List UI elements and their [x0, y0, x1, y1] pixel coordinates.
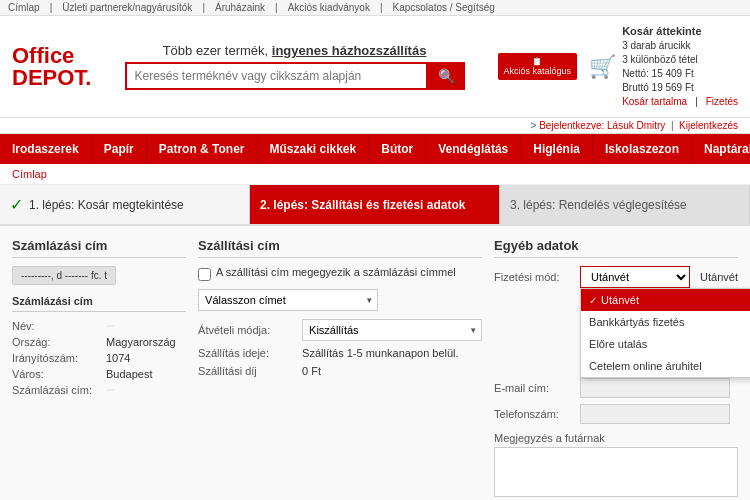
pickup-select[interactable]: Kiszállítás [302, 319, 482, 341]
shipping-address-select-wrapper: Válasszon címet [198, 289, 378, 311]
delivery-time-row: Szállítás ideje: Szállítás 1-5 munkanapo… [198, 347, 482, 359]
step-2: 2. lépés: Szállítási és fizetési adatok [250, 185, 500, 224]
pickup-select-wrapper: Kiszállítás [302, 319, 482, 341]
payment-option-elore[interactable]: Előre utalás [581, 333, 750, 355]
payment-select-wrapper: Utánvét ✓ Utánvét Bankkártyás fizetés El… [580, 266, 690, 288]
billing-subtitle: Számlázási cím [12, 295, 186, 312]
billing-address-row: Számlázási cím: [12, 384, 186, 396]
account-bar: > Bejelentkezve: Lásuk Dmitry | Kijelent… [0, 118, 750, 134]
step-3: 3. lépés: Rendelés véglegesítése [500, 185, 750, 224]
step-1: ✓ 1. lépés: Kosár megtekintése [0, 185, 250, 224]
cart-payment-link[interactable]: Fizetés [706, 95, 738, 109]
cart-contents-link[interactable]: Kosár tartalma [622, 95, 687, 109]
cart-details: Kosár áttekinte 3 darab árucikk 3 különb… [622, 24, 738, 109]
account-logout-link[interactable]: Kijelentkezés [679, 120, 738, 131]
delivery-time-value: Szállítás 1-5 munkanapon belül. [302, 347, 459, 359]
nav-naptarak[interactable]: Naptárak [692, 134, 750, 164]
cart-actions: Kosár tartalma | Fizetés [622, 95, 738, 109]
nav-muszaki[interactable]: Műszaki cikkek [258, 134, 370, 164]
note-courier-textarea[interactable] [494, 447, 738, 497]
billing-zip-row: Irányítószám: 1074 [12, 352, 186, 364]
topbar-cimlap[interactable]: Címlap [8, 2, 40, 13]
payment-option-utanvet[interactable]: ✓ Utánvét [581, 289, 750, 311]
cart-brutto: Bruttó 19 569 Ft [622, 81, 738, 95]
checkmark-icon: ✓ [589, 295, 597, 306]
shipping-same-checkbox-row: A szállítási cím megegyezik a számlázási… [198, 266, 482, 281]
payment-option-bankkartyas[interactable]: Bankkártyás fizetés [581, 311, 750, 333]
check-icon: ✓ [10, 195, 23, 214]
shipping-fee-value: 0 Ft [302, 365, 321, 377]
payment-row: Fizetési mód: Utánvét ✓ Utánvét Bankkárt… [494, 266, 738, 288]
delivery-time-label: Szállítás ideje: [198, 347, 298, 359]
email-label: E-mail cím: [494, 382, 574, 394]
catalog-button[interactable]: 📋 Akciós katalógus [498, 53, 578, 80]
search-bar: 🔍 [125, 62, 465, 90]
shipping-same-label: A szállítási cím megegyezik a számlázási… [216, 266, 456, 278]
billing-zip-label: Irányítószám: [12, 352, 102, 364]
cart-icon: 🛒 [589, 54, 616, 80]
search-button[interactable]: 🔍 [428, 62, 465, 90]
payment-selected-display: Utánvét [700, 271, 738, 283]
phone-input[interactable] [580, 404, 730, 424]
billing-section: Számlázási cím ---------, d ------- fc. … [12, 238, 186, 500]
nav-iskolaszezon[interactable]: Iskolaszezon [593, 134, 692, 164]
payment-label: Fizetési mód: [494, 271, 574, 283]
nav-patron[interactable]: Patron & Toner [147, 134, 258, 164]
shipping-section: Szállítási cím A szállítási cím megegyez… [198, 238, 482, 500]
pickup-row: Átvételi módja: Kiszállítás [198, 319, 482, 341]
phone-row: Telefonszám: [494, 404, 738, 424]
topbar-promotions[interactable]: Akciós kiadványok [288, 2, 370, 13]
topbar-stores[interactable]: Áruházaink [215, 2, 265, 13]
billing-city-value: Budapest [106, 368, 152, 380]
email-row: E-mail cím: [494, 378, 738, 398]
cart-netto: Nettó: 15 409 Ft [622, 67, 738, 81]
shipping-address-select[interactable]: Válasszon címet [198, 289, 378, 311]
nav-higlenia[interactable]: Higlénia [521, 134, 593, 164]
billing-country-row: Ország: Magyarország [12, 336, 186, 348]
shipping-fee-label: Szállítási díj [198, 365, 298, 377]
nav-vendeglatas[interactable]: Vendéglátás [426, 134, 521, 164]
payment-select[interactable]: Utánvét [580, 266, 690, 288]
logo: Office DEPOT. [12, 45, 91, 89]
billing-address-label: Számlázási cím: [12, 384, 102, 396]
phone-label: Telefonszám: [494, 408, 574, 420]
step1-label: 1. lépés: Kosár megtekintése [29, 198, 184, 212]
other-section: Egyéb adatok Fizetési mód: Utánvét ✓ Utá… [494, 238, 738, 500]
billing-country-label: Ország: [12, 336, 102, 348]
logo-office: Office [12, 45, 91, 67]
topbar-contact[interactable]: Kapcsolatos / Segítség [393, 2, 495, 13]
note-courier-group: Megjegyzés a futárnak [494, 432, 738, 500]
pickup-label: Átvételi módja: [198, 324, 298, 336]
step3-label: 3. lépés: Rendelés véglegesítése [510, 198, 687, 212]
catalog-label: Akciós katalógus [504, 66, 572, 76]
topbar-partners[interactable]: Üzleti partnerek/nagyárusítók [62, 2, 192, 13]
shipping-select-wrapper-outer: Válasszon címet [198, 289, 482, 311]
header-middle: Több ezer termék, ingyenes házhozszállít… [103, 43, 485, 90]
shipping-same-checkbox[interactable] [198, 268, 211, 281]
other-title: Egyéb adatok [494, 238, 738, 258]
billing-name-label: Név: [12, 320, 102, 332]
billing-address-tag: ---------, d ------- fc. t [12, 266, 116, 285]
search-input[interactable] [125, 62, 428, 90]
cart-variety: 3 különböző tétel [622, 53, 738, 67]
logo-depot: DEPOT. [12, 67, 91, 89]
nav: Irodaszerek Papír Patron & Toner Műszaki… [0, 134, 750, 164]
nav-irodaszerek[interactable]: Irodaszerek [0, 134, 92, 164]
top-bar: Címlap | Üzleti partnerek/nagyárusítók |… [0, 0, 750, 16]
header-promo: Több ezer termék, ingyenes házhozszállít… [163, 43, 427, 58]
billing-zip-value: 1074 [106, 352, 130, 364]
cart-info: 🛒 Kosár áttekinte 3 darab árucikk 3 külö… [589, 24, 738, 109]
note-courier-label: Megjegyzés a futárnak [494, 432, 738, 444]
breadcrumb: Címlap [0, 164, 750, 185]
payment-option-cetelem[interactable]: Cetelem online áruhitel [581, 355, 750, 377]
cart-items: 3 darab árucikk [622, 39, 738, 53]
main-content: Számlázási cím ---------, d ------- fc. … [0, 226, 750, 500]
breadcrumb-home[interactable]: Címlap [12, 168, 47, 180]
email-input[interactable] [580, 378, 730, 398]
shipping-title: Szállítási cím [198, 238, 482, 258]
nav-papir[interactable]: Papír [92, 134, 147, 164]
nav-butor[interactable]: Bútor [369, 134, 426, 164]
billing-name-row: Név: [12, 320, 186, 332]
billing-address-value [106, 389, 114, 391]
account-login-link[interactable]: Bejelentkezve: Lásuk Dmitry [539, 120, 665, 131]
